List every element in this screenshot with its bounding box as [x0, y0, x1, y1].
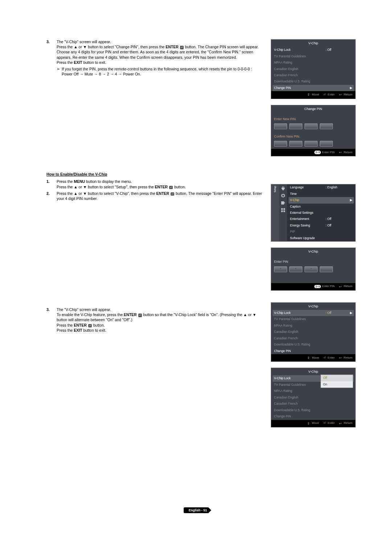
page-number: English - 51	[184, 507, 209, 513]
menu-label: Canadian English	[274, 396, 326, 400]
setup-label: Setup	[273, 186, 277, 192]
enter-hint: Enter	[323, 421, 335, 426]
move-hint: Move	[307, 93, 319, 97]
menu-label: PIP	[290, 230, 326, 234]
pin-box[interactable]	[274, 141, 287, 147]
enter-icon: ⏎	[138, 314, 142, 317]
enter-pin-label: Enter PIN	[274, 259, 352, 264]
menu-item[interactable]: Entertainment: Off	[287, 216, 355, 222]
return-hint: Return	[339, 150, 352, 155]
menu-item[interactable]: Change PIN▶	[273, 85, 354, 91]
menu-label: Downloadable U.S. Rating	[274, 343, 326, 347]
return-hint: Return	[339, 356, 352, 360]
arrow-right-icon: ▶	[347, 311, 352, 315]
menu-label: TV Parental Guidelines	[274, 54, 326, 58]
menu-item: Downloadable U.S. Rating	[271, 407, 355, 413]
menu-item: PIP	[287, 229, 355, 235]
note: ➣ If you forget the PIN, press the remot…	[57, 66, 262, 77]
pin-box[interactable]	[274, 123, 287, 129]
menu-item[interactable]: Time	[287, 191, 355, 197]
dropdown-item[interactable]: On	[321, 381, 353, 388]
section-change-pin: 3. The "V-Chip" screen will appear. Pres…	[46, 39, 262, 77]
menu-label: TV Parental Guidelines	[274, 383, 326, 387]
pin-box[interactable]: *	[274, 266, 287, 272]
menu-item: TV Parental Guidelines	[271, 53, 355, 60]
pin-box[interactable]	[289, 141, 302, 147]
osd-footer: 0~9 Enter PIN Return	[271, 149, 355, 156]
pin-box[interactable]	[305, 123, 318, 129]
return-hint: Return	[339, 421, 352, 426]
menu-item[interactable]: V-Chip▶	[289, 197, 354, 203]
pin-box[interactable]	[305, 141, 318, 147]
osd-title: V-Chip	[271, 248, 355, 255]
instructions-column: 3. The "V-Chip" screen will appear. Pres…	[46, 39, 262, 433]
osd-footer: Move Enter Return	[271, 91, 355, 98]
menu-item[interactable]: Language: English	[287, 184, 355, 191]
pin-box[interactable]: *	[289, 266, 302, 272]
return-hint: Return	[339, 285, 352, 289]
note-bullet-icon: ➣	[57, 66, 62, 77]
plug-icon	[281, 186, 286, 191]
menu-item: TV Parental Guidelines	[271, 316, 355, 322]
menu-item[interactable]: V-Chip Lock: Off▶	[273, 310, 354, 316]
return-hint: Return	[339, 93, 352, 97]
menu-label: Entertainment	[290, 217, 326, 221]
pin-box[interactable]	[320, 141, 333, 147]
svg-rect-2	[281, 210, 283, 212]
step-number: 2.	[46, 191, 57, 201]
menu-item: Downloadable U.S. Rating	[271, 78, 355, 85]
onoff-dropdown[interactable]: OffOn	[320, 375, 353, 388]
menu-label: Change PIN	[274, 349, 326, 353]
osd-setup-menu: Setup Language: EnglishTimeV-Chip▶Captio…	[271, 184, 356, 242]
step-number: 1.	[46, 179, 57, 189]
pin-boxes: ***	[274, 266, 352, 272]
menu-label: External Settings	[290, 211, 326, 215]
page-footer: English - 51	[0, 507, 392, 513]
menu-item[interactable]: External Settings	[287, 210, 355, 216]
note-text: If you forget the PIN, press the remote-…	[62, 66, 262, 77]
menu-item[interactable]: Caption	[287, 204, 355, 210]
menu-label: Time	[290, 192, 326, 196]
gear-icon	[281, 193, 286, 198]
osd-footer: 0~9 Enter PIN Return	[271, 283, 355, 290]
move-hint: Move	[307, 421, 319, 426]
pin-box[interactable]	[320, 266, 333, 272]
setup-list: Language: EnglishTimeV-Chip▶CaptionExter…	[287, 184, 355, 241]
osd-list: V-Chip Lock: Off▶TV Parental GuidelinesM…	[271, 310, 355, 354]
arrow-right-icon: ▶	[347, 86, 352, 90]
menu-item[interactable]: Change PIN	[271, 348, 355, 354]
svg-rect-3	[283, 210, 285, 212]
step-text: Press the ▲ or ▼ button to select "V-Chi…	[57, 191, 262, 201]
pin-box[interactable]	[289, 123, 302, 129]
pin-box[interactable]	[320, 123, 333, 129]
menu-label: V-Chip	[290, 198, 326, 202]
osd-title: V-Chip	[271, 40, 355, 47]
confirm-new-pin-label: Confirm New PIN.	[274, 134, 352, 139]
menu-label: Canadian English	[274, 67, 326, 71]
menu-value: : Off	[326, 224, 347, 228]
menu-item: Canadian English	[271, 394, 355, 401]
enter-hint: Enter	[323, 356, 335, 360]
menu-label: Downloadable U.S. Rating	[274, 79, 326, 83]
pin-box[interactable]: *	[305, 266, 318, 272]
menu-label: MPAA Rating	[274, 61, 326, 65]
dropdown-item[interactable]: Off	[321, 375, 353, 381]
enter-hint: Enter	[323, 93, 335, 97]
enter-icon: ⏎	[88, 324, 92, 327]
step-number: 3.	[46, 39, 57, 65]
menu-item[interactable]: Energy Saving: Off	[287, 222, 355, 229]
menu-label: Energy Saving	[290, 224, 326, 228]
menu-item[interactable]: V-Chip Lock: Off	[271, 47, 355, 53]
menu-item: Change PIN	[271, 413, 355, 420]
osd-vchip-lock-dropdown: V-Chip V-Chip LockTV Parental Guidelines…	[271, 368, 356, 428]
menu-label: Canadian French	[274, 336, 326, 340]
osd-enter-pin: V-Chip Enter PIN *** 0~9 Enter PIN Retur…	[271, 248, 356, 290]
menu-item: MPAA Rating	[271, 60, 355, 66]
input-icon	[281, 200, 286, 205]
menu-item[interactable]: Software Upgrade	[287, 235, 355, 241]
menu-label: TV Parental Guidelines	[274, 317, 326, 321]
menu-item: MPAA Rating	[271, 388, 355, 394]
setup-sidebar: Setup	[271, 184, 279, 241]
menu-label: Language	[290, 185, 326, 189]
app-icon	[281, 208, 286, 213]
